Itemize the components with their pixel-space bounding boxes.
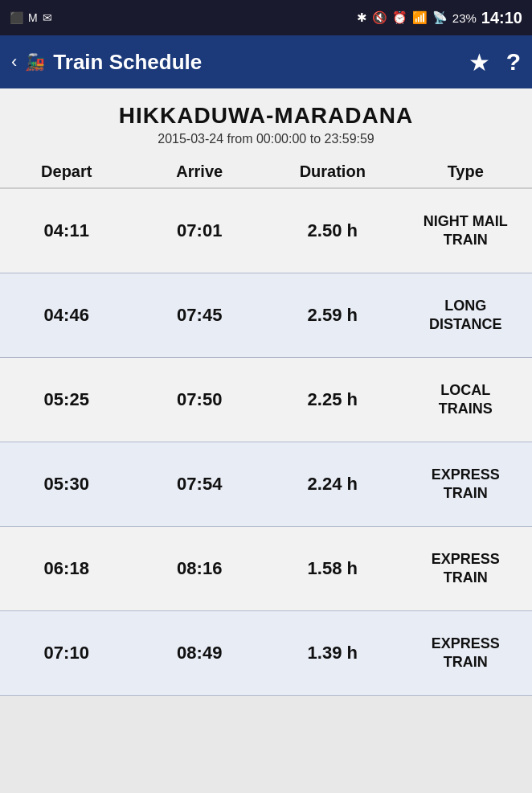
cell-depart: 04:11: [0, 212, 133, 249]
bluetooth-icon: ✱: [357, 10, 367, 25]
col-depart: Depart: [0, 162, 133, 181]
table-row[interactable]: 07:1008:491.39 hEXPRESSTRAIN: [0, 611, 532, 696]
gmail-icon: M: [28, 11, 38, 24]
mute-icon: 🔇: [372, 10, 387, 25]
cell-depart: 05:25: [0, 381, 133, 418]
favorite-button[interactable]: ★: [469, 48, 490, 76]
cell-depart: 06:18: [0, 550, 133, 587]
cell-arrive: 08:49: [133, 635, 267, 672]
table-row[interactable]: 05:2507:502.25 hLOCALTRAINS: [0, 358, 532, 442]
app-header: ‹ 🚂 Train Schedule ★ ?: [0, 35, 532, 88]
cell-duration: 1.58 h: [266, 550, 399, 587]
col-duration: Duration: [266, 162, 399, 181]
route-date: 2015-03-24 from 00:00:00 to 23:59:59: [8, 132, 524, 146]
mail-icon: ✉: [43, 11, 52, 24]
signal-icon: 📡: [432, 10, 448, 25]
status-bar: ⬛ M ✉ ✱ 🔇 ⏰ 📶 📡 23% 14:10: [0, 0, 532, 35]
cell-type: EXPRESSTRAIN: [399, 542, 533, 596]
cell-arrive: 07:54: [133, 466, 267, 503]
col-type: Type: [399, 162, 533, 181]
cell-depart: 05:30: [0, 466, 133, 503]
cell-duration: 1.39 h: [266, 635, 399, 672]
header-icons: ★ ?: [469, 48, 521, 76]
schedule-table-body: 04:1107:012.50 hNight MailTrain04:4607:4…: [0, 189, 532, 696]
cell-arrive: 07:50: [133, 381, 267, 418]
app-title: Train Schedule: [53, 50, 202, 75]
cell-type: EXPRESSTRAIN: [399, 627, 533, 680]
cell-arrive: 07:01: [133, 212, 267, 249]
cell-type: Night MailTrain: [399, 204, 533, 258]
screenshot-icon: ⬛: [10, 11, 23, 24]
cell-depart: 07:10: [0, 635, 133, 672]
battery-label: 23%: [452, 11, 477, 25]
cell-duration: 2.25 h: [266, 381, 399, 418]
cell-depart: 04:46: [0, 297, 133, 334]
cell-type: LONGDISTANCE: [399, 289, 533, 343]
route-header: HIKKADUWA-MARADANA 2015-03-24 from 00:00…: [0, 88, 532, 154]
cell-arrive: 07:45: [133, 297, 267, 334]
cell-type: EXPRESSTRAIN: [399, 458, 533, 512]
clock-display: 14:10: [481, 9, 522, 27]
alarm-icon: ⏰: [392, 10, 407, 25]
back-button[interactable]: ‹: [11, 51, 17, 72]
table-row[interactable]: 04:1107:012.50 hNight MailTrain: [0, 189, 532, 273]
col-arrive: Arrive: [133, 162, 267, 181]
cell-duration: 2.24 h: [266, 466, 399, 503]
route-title: HIKKADUWA-MARADANA: [8, 103, 524, 129]
main-content: HIKKADUWA-MARADANA 2015-03-24 from 00:00…: [0, 88, 532, 696]
table-row[interactable]: 04:4607:452.59 hLONGDISTANCE: [0, 273, 532, 358]
table-row[interactable]: 06:1808:161.58 hEXPRESSTRAIN: [0, 527, 532, 611]
status-bar-left: ⬛ M ✉: [10, 11, 52, 24]
cell-arrive: 08:16: [133, 550, 267, 587]
cell-duration: 2.59 h: [266, 297, 399, 334]
table-header: Depart Arrive Duration Type: [0, 154, 532, 189]
wifi-icon: 📶: [412, 10, 428, 25]
help-button[interactable]: ?: [506, 48, 521, 76]
cell-type: LOCALTRAINS: [399, 373, 533, 427]
table-row[interactable]: 05:3007:542.24 hEXPRESSTRAIN: [0, 442, 532, 527]
cell-duration: 2.50 h: [266, 212, 399, 249]
status-bar-right: ✱ 🔇 ⏰ 📶 📡 23% 14:10: [357, 9, 522, 27]
header-left: ‹ 🚂 Train Schedule: [11, 50, 202, 75]
train-icon: 🚂: [25, 52, 45, 72]
